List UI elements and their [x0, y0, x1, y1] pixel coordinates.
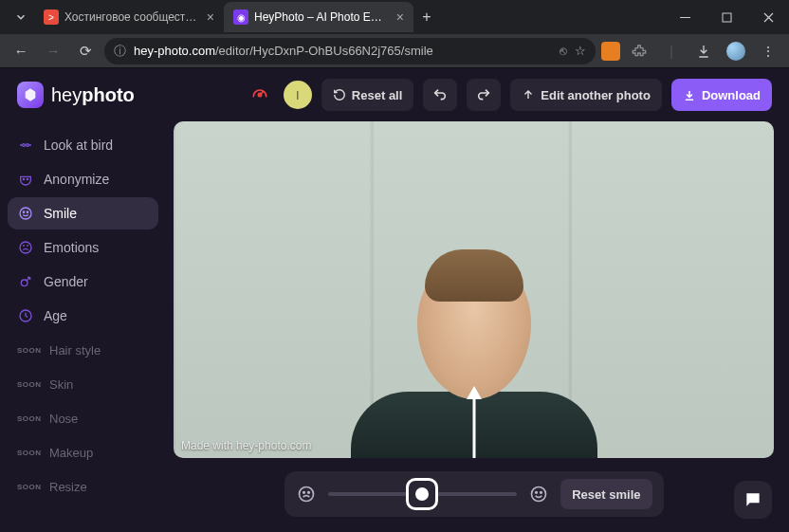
window-maximize[interactable] [706, 0, 747, 34]
browser-titlebar: > Хостинговое сообщество «Tim × ◉ HeyPho… [0, 0, 789, 34]
mask-icon [17, 172, 34, 187]
age-icon [17, 308, 34, 323]
soon-badge: SOON [17, 346, 40, 355]
sidebar-item-gender[interactable]: Gender [8, 266, 158, 298]
soon-badge: SOON [17, 414, 40, 423]
smile-icon [17, 206, 34, 221]
nav-forward[interactable]: → [40, 38, 66, 64]
sidebar-item-skin: SOONSkin [8, 368, 158, 400]
sidebar-item-smile[interactable]: Smile [8, 197, 158, 229]
tab-title-0: Хостинговое сообщество «Tim [64, 10, 197, 24]
browser-toolbar: ← → ⟳ ⓘ hey-photo.com/editor/HycDxnP-OhB… [0, 34, 789, 68]
watermark-text: Made with hey-photo.com [181, 439, 311, 452]
sidebar-item-label: Makeup [49, 446, 93, 460]
site-info-icon[interactable]: ⓘ [114, 43, 126, 60]
svg-point-8 [27, 211, 28, 212]
undo-button[interactable] [423, 79, 457, 111]
sidebar-item-label: Anonymize [44, 172, 109, 187]
logo-icon [17, 82, 44, 108]
emotion-icon [17, 240, 34, 255]
bookmark-icon[interactable]: ☆ [575, 44, 586, 58]
photo-canvas[interactable]: Made with hey-photo.com [174, 121, 774, 458]
svg-point-4 [23, 178, 24, 179]
window-close[interactable] [747, 0, 789, 34]
app-logo[interactable]: heyphoto [17, 82, 135, 108]
canvas-area: Made with hey-photo.com Reset smile [166, 121, 789, 532]
reset-all-button[interactable]: Reset all [321, 79, 413, 111]
soon-badge: SOON [17, 380, 40, 389]
nav-back[interactable]: ← [8, 38, 34, 64]
new-tab-button[interactable]: + [413, 4, 440, 30]
smile-face-icon [528, 484, 549, 504]
smile-controls: Reset smile [284, 471, 664, 517]
svg-point-17 [541, 492, 542, 494]
svg-point-15 [532, 487, 546, 502]
sidebar-item-age[interactable]: Age [8, 300, 158, 332]
sidebar-item-label: Skin [49, 377, 73, 392]
svg-point-12 [299, 487, 313, 502]
profile-avatar[interactable] [723, 38, 749, 64]
svg-point-10 [21, 280, 28, 286]
gender-icon [17, 274, 34, 289]
sidebar-item-label: Resize [49, 480, 87, 494]
help-chat-button[interactable] [734, 481, 772, 519]
svg-point-2 [23, 144, 26, 147]
tab-favicon-0: > [44, 9, 59, 25]
reset-all-label: Reset all [352, 88, 402, 102]
soon-badge: SOON [17, 449, 40, 457]
browser-tab-0[interactable]: > Хостинговое сообщество «Tim × [34, 2, 224, 32]
tab-close-1[interactable]: × [396, 9, 404, 25]
sidebar-item-anonymize[interactable]: Anonymize [8, 163, 158, 195]
browser-tab-1[interactable]: ◉ HeyPhoto – AI Photo Editor On… × [224, 2, 413, 32]
bird-icon [17, 138, 34, 153]
sidebar-item-resize: SOONResize [8, 470, 158, 503]
svg-point-16 [536, 492, 538, 494]
redo-button[interactable] [467, 79, 501, 111]
app-header: heyphoto I Reset all Edit another photo … [0, 68, 789, 121]
sidebar-item-label: Hair style [49, 343, 101, 358]
extensions-icon[interactable] [626, 38, 652, 64]
svg-point-6 [20, 208, 31, 219]
svg-point-5 [27, 178, 28, 179]
extension-1[interactable] [601, 42, 620, 61]
toolbar-divider: | [658, 38, 685, 64]
logo-text: heyphoto [51, 84, 135, 106]
sidebar-item-look-at-bird[interactable]: Look at bird [8, 129, 158, 161]
smile-slider[interactable] [328, 492, 518, 496]
nav-reload[interactable]: ⟳ [72, 38, 99, 64]
downloads-icon[interactable] [690, 38, 717, 64]
edit-another-button[interactable]: Edit another photo [510, 79, 662, 111]
download-button[interactable]: Download [671, 79, 772, 111]
pointer-arrow-icon [460, 382, 488, 458]
sidebar-item-label: Nose [49, 412, 78, 426]
window-minimize[interactable] [664, 0, 706, 34]
speed-gauge-icon[interactable] [246, 81, 274, 109]
sidebar-item-nose: SOONNose [8, 402, 158, 434]
sidebar-item-label: Age [44, 308, 67, 323]
translate-icon[interactable]: ⎋ [560, 44, 567, 58]
sidebar-item-label: Look at bird [44, 138, 113, 153]
svg-point-3 [27, 144, 29, 147]
sidebar-item-makeup: SOONMakeup [8, 436, 158, 468]
svg-rect-1 [723, 13, 731, 22]
browser-menu[interactable]: ⋮ [755, 38, 781, 64]
reset-smile-button[interactable]: Reset smile [560, 479, 651, 509]
smile-slider-thumb[interactable] [406, 478, 438, 510]
sidebar-item-hair-style: SOONHair style [8, 334, 158, 366]
download-label: Download [702, 88, 761, 102]
sidebar-item-label: Gender [44, 274, 88, 289]
url-input[interactable]: ⓘ hey-photo.com/editor/HycDxnP-OhBUs66N2… [104, 38, 596, 64]
soon-badge: SOON [17, 483, 40, 491]
edit-another-label: Edit another photo [541, 88, 651, 102]
tab-search-button[interactable] [8, 4, 34, 30]
svg-point-14 [307, 492, 309, 494]
tab-title-1: HeyPhoto – AI Photo Editor On… [254, 10, 387, 24]
sidebar-item-emotions[interactable]: Emotions [8, 231, 158, 264]
sidebar-item-label: Smile [44, 206, 77, 221]
svg-point-7 [23, 211, 24, 212]
user-avatar[interactable]: I [284, 81, 312, 109]
tab-close-0[interactable]: × [207, 9, 214, 25]
svg-rect-0 [680, 17, 690, 18]
url-text: hey-photo.com/editor/HycDxnP-OhBUs66N2j7… [134, 44, 433, 58]
app-root: heyphoto I Reset all Edit another photo … [0, 68, 789, 532]
